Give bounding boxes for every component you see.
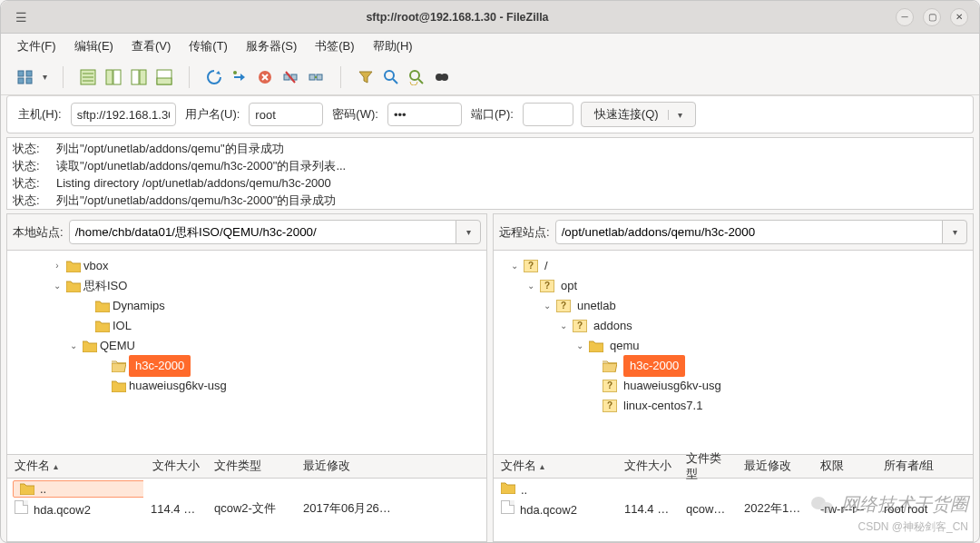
tree-item[interactable]: QEMU (100, 336, 135, 356)
tree-item[interactable]: unetlab (573, 296, 616, 316)
local-tree[interactable]: ›vbox ⌄思科ISO Dynamips IOL ⌄QEMU h3c-2000… (7, 251, 486, 454)
tree-item[interactable]: huaweiusg6kv-usg (129, 376, 227, 396)
col-perm[interactable]: 权限 (813, 459, 877, 474)
message-log[interactable]: 状态:列出"/opt/unetlab/addons/qemu"的目录成功 状态:… (6, 137, 974, 210)
menu-file[interactable]: 文件(F) (12, 35, 62, 58)
remote-path-input[interactable] (555, 220, 943, 244)
remote-path-drop-icon[interactable]: ▾ (942, 220, 967, 244)
log-row: 状态:列出"/opt/unetlab/addons/qemu"的目录成功 (13, 140, 967, 157)
cancel-icon[interactable] (253, 65, 277, 89)
svg-rect-21 (309, 74, 315, 80)
toggle-remotetree-icon[interactable] (127, 65, 151, 89)
sort-asc-icon: ▴ (536, 461, 544, 471)
tree-item-selected[interactable]: h3c-2000 (623, 355, 685, 377)
user-label: 用户名(U): (183, 106, 242, 123)
svg-rect-3 (26, 78, 32, 84)
col-name[interactable]: 文件名 (501, 459, 536, 472)
watermark: 网络技术干货圈 (810, 492, 968, 517)
toggle-localtree-icon[interactable] (102, 65, 125, 89)
host-input[interactable] (71, 103, 176, 126)
menu-edit[interactable]: 编辑(E) (69, 35, 119, 58)
col-type[interactable]: 文件类型 (679, 451, 737, 482)
unknown-folder-icon: ? (573, 320, 587, 332)
pass-input[interactable] (387, 103, 462, 126)
col-owner[interactable]: 所有者/组 (877, 459, 949, 474)
col-size[interactable]: 文件大小 (617, 459, 679, 474)
local-path-input[interactable] (69, 220, 456, 244)
svg-rect-13 (157, 78, 172, 84)
minimize-button[interactable]: ─ (896, 8, 914, 26)
col-name[interactable]: 文件名 (15, 459, 50, 472)
menu-bookmarks[interactable]: 书签(B) (309, 35, 359, 58)
local-path-label: 本地站点: (13, 224, 64, 241)
tree-item[interactable]: IOL (113, 316, 132, 336)
tree-item-selected[interactable]: h3c-2000 (129, 355, 191, 377)
csdn-watermark: CSDN @神秘剑客_CN (858, 519, 968, 535)
svg-line-24 (393, 79, 397, 84)
tree-item[interactable]: huaweiusg6kv-usg (620, 376, 721, 396)
tree-item[interactable]: linux-centos7.1 (620, 396, 702, 416)
svg-rect-22 (317, 74, 322, 80)
tree-item[interactable]: 思科ISO (83, 276, 127, 296)
wechat-icon (810, 495, 834, 515)
file-icon (501, 500, 514, 514)
svg-point-30 (820, 502, 833, 513)
svg-rect-0 (18, 71, 24, 76)
list-item[interactable]: hda.qcow2 114.4 MB qcow2-文件 2017年06月26… (7, 499, 486, 518)
svg-rect-1 (26, 71, 32, 76)
watermark-text: 网络技术干货圈 (841, 492, 968, 517)
col-mtime[interactable]: 最近修改 (737, 459, 813, 474)
menu-view[interactable]: 查看(V) (126, 35, 176, 58)
quickconnect-bar: 主机(H): 用户名(U): 密码(W): 端口(P): 快速连接(Q) ▾ (6, 95, 974, 133)
pass-label: 密码(W): (330, 106, 380, 123)
tree-item[interactable]: qemu (606, 336, 640, 356)
svg-rect-2 (18, 78, 24, 84)
search-icon[interactable] (379, 65, 403, 89)
remote-filelist-header: 文件名▴ 文件大小 文件类型 最近修改 权限 所有者/组 (494, 455, 973, 479)
tree-item[interactable]: addons (590, 316, 632, 336)
port-input[interactable] (523, 103, 573, 126)
toggle-log-icon[interactable] (76, 65, 100, 89)
svg-rect-8 (106, 70, 113, 84)
port-label: 端口(P): (469, 106, 515, 123)
local-filelist-header: 文件名▴ 文件大小 文件类型 最近修改 (7, 455, 486, 479)
compare-icon[interactable] (405, 65, 428, 89)
col-size[interactable]: 文件大小 (143, 459, 207, 474)
sitemanager-drop-icon[interactable]: ▾ (39, 72, 50, 82)
sitemanager-icon[interactable] (14, 65, 37, 89)
menu-server[interactable]: 服务器(S) (240, 35, 302, 58)
reconnect-icon[interactable] (304, 65, 328, 89)
tree-item[interactable]: Dynamips (113, 296, 165, 316)
maximize-button[interactable]: ▢ (923, 8, 941, 26)
quickconnect-drop-icon[interactable]: ▾ (668, 110, 682, 120)
col-mtime[interactable]: 最近修改 (296, 459, 405, 474)
svg-rect-10 (132, 70, 139, 84)
process-queue-icon[interactable] (228, 65, 251, 89)
tree-item[interactable]: opt (557, 276, 577, 296)
tree-item[interactable]: / (541, 256, 548, 276)
unknown-folder-icon: ? (603, 380, 617, 392)
remote-tree[interactable]: ⌄?/ ⌄?opt ⌄?unetlab ⌄?addons ⌄qemu h3c-2… (494, 251, 973, 454)
user-input[interactable] (249, 103, 323, 126)
refresh-icon[interactable] (202, 65, 226, 89)
menubar: 文件(F) 编辑(E) 查看(V) 传输(T) 服务器(S) 书签(B) 帮助(… (1, 34, 979, 59)
col-type[interactable]: 文件类型 (207, 459, 296, 474)
log-row: 状态:列出"/opt/unetlab/addons/qemu/h3c-2000"… (13, 192, 967, 209)
toggle-queue-icon[interactable] (152, 65, 176, 89)
local-path-drop-icon[interactable]: ▾ (456, 220, 481, 244)
menu-transfer[interactable]: 传输(T) (183, 35, 233, 58)
tree-item[interactable]: vbox (83, 256, 108, 276)
quickconnect-button[interactable]: 快速连接(Q) ▾ (581, 102, 696, 127)
filter-icon[interactable] (354, 65, 377, 89)
disconnect-icon[interactable] (279, 65, 302, 89)
sync-browse-icon[interactable] (430, 65, 454, 89)
hamburger-icon[interactable]: ☰ (12, 8, 30, 26)
svg-rect-28 (438, 76, 446, 78)
svg-point-23 (385, 71, 394, 80)
file-icon (15, 500, 28, 514)
list-item[interactable]: .. (7, 479, 486, 499)
local-filelist[interactable]: 文件名▴ 文件大小 文件类型 最近修改 .. hda.qcow2 114.4 M… (7, 454, 486, 541)
unknown-folder-icon: ? (540, 280, 554, 292)
close-button[interactable]: ✕ (950, 8, 968, 26)
menu-help[interactable]: 帮助(H) (368, 35, 418, 58)
